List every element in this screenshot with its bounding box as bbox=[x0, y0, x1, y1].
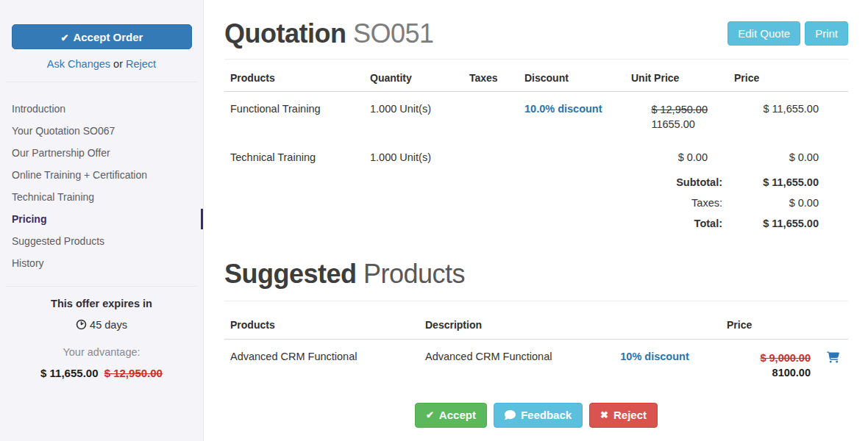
suggested-title-bold: Suggested bbox=[224, 259, 357, 289]
sidebar-item-online-training[interactable]: Online Training + Certification bbox=[0, 164, 203, 186]
line-price: $ 0.00 bbox=[728, 135, 819, 166]
header-actions: Edit Quote Print bbox=[728, 21, 848, 46]
or-text: or bbox=[113, 58, 123, 70]
product-name: Technical Training bbox=[224, 135, 364, 166]
page-title: Quotation SO051 bbox=[224, 18, 434, 49]
product-quantity: 1.000 Unit(s) bbox=[364, 135, 463, 166]
sidebar-item-suggested-products[interactable]: Suggested Products bbox=[0, 230, 203, 252]
product-discount bbox=[519, 135, 625, 166]
sidebar-item-your-quotation[interactable]: Your Quotation SO067 bbox=[0, 120, 203, 142]
accept-order-button[interactable]: ✔Accept Order bbox=[12, 24, 192, 49]
quotation-table: Products Quantity Taxes Discount Unit Pr… bbox=[224, 60, 848, 233]
col-price: Price bbox=[721, 301, 818, 340]
advantage-new-price: $ 11,655.00 bbox=[40, 367, 98, 379]
subtotal-row: Subtotal: $ 11,655.00 bbox=[224, 166, 848, 193]
sidebar-divider-bottom bbox=[6, 286, 197, 287]
suggested-products-table: Products Description Price Advanced CRM … bbox=[224, 301, 848, 384]
feedback-button[interactable]: Feedback bbox=[494, 403, 583, 428]
col-price: Price bbox=[728, 60, 819, 92]
col-discount: Discount bbox=[519, 60, 625, 92]
sidebar-item-introduction[interactable]: Introduction bbox=[0, 98, 203, 120]
product-name: Functional Training bbox=[224, 92, 364, 135]
taxes-value: $ 0.00 bbox=[728, 193, 819, 213]
suggested-products-header: Suggested Products bbox=[224, 259, 848, 301]
ask-changes-link[interactable]: Ask Changes bbox=[47, 58, 110, 70]
unit-price-cell: $ 0.00 bbox=[625, 135, 728, 166]
subtotal-value: $ 11,655.00 bbox=[728, 166, 819, 193]
product-taxes bbox=[463, 135, 519, 166]
unit-price-cell: $ 12,950.00 11655.00 bbox=[625, 92, 728, 135]
expiry-title: This offer expires in bbox=[0, 298, 203, 309]
expiry-days-text: 45 days bbox=[90, 319, 127, 331]
page-header: Quotation SO051 Edit Quote Print bbox=[224, 0, 848, 60]
footer-actions: ✔Accept Feedback ✖Reject bbox=[224, 403, 848, 428]
quotation-number: SO051 bbox=[353, 18, 434, 49]
col-spacer bbox=[819, 60, 848, 92]
col-unit-price: Unit Price bbox=[625, 60, 728, 92]
suggested-price-old: $ 9,000.00 bbox=[760, 352, 811, 364]
suggested-title-light: Products bbox=[363, 259, 465, 289]
col-empty bbox=[588, 301, 721, 340]
comment-icon bbox=[505, 409, 516, 420]
advantage-values: $ 11,655.00 $ 12,950.00 bbox=[0, 367, 203, 379]
suggested-product-name: Advanced CRM Functional bbox=[224, 339, 419, 383]
product-taxes bbox=[463, 92, 519, 135]
table-row: Technical Training 1.000 Unit(s) $ 0.00 … bbox=[224, 135, 848, 166]
sidebar-item-pricing[interactable]: Pricing bbox=[0, 208, 203, 230]
suggested-price-cell: $ 9,000.00 8100.00 bbox=[721, 339, 818, 383]
advantage-old-price: $ 12,950.00 bbox=[104, 367, 163, 379]
total-value: $ 11,655.00 bbox=[728, 213, 819, 234]
accept-label: Accept bbox=[439, 409, 476, 421]
sidebar: ✔Accept Order Ask Changes or Reject Intr… bbox=[0, 0, 204, 441]
taxes-row: Taxes: $ 0.00 bbox=[224, 193, 848, 213]
col-taxes: Taxes bbox=[463, 60, 519, 92]
check-icon: ✔ bbox=[426, 409, 434, 420]
quotation-table-header-row: Products Quantity Taxes Discount Unit Pr… bbox=[224, 60, 848, 92]
check-icon: ✔ bbox=[61, 32, 69, 43]
accept-button[interactable]: ✔Accept bbox=[415, 403, 487, 428]
taxes-label: Taxes: bbox=[625, 193, 728, 213]
suggested-price-new: 8100.00 bbox=[772, 367, 811, 379]
total-row: Total: $ 11,655.00 bbox=[224, 213, 848, 234]
col-products: Products bbox=[224, 60, 364, 92]
table-row: Advanced CRM Functional Advanced CRM Fun… bbox=[224, 339, 848, 383]
suggested-products-title: Suggested Products bbox=[224, 259, 848, 289]
col-products: Products bbox=[224, 301, 419, 340]
x-icon: ✖ bbox=[600, 409, 608, 420]
sidebar-item-technical-training[interactable]: Technical Training bbox=[0, 186, 203, 208]
product-quantity: 1.000 Unit(s) bbox=[364, 92, 463, 135]
unit-price-new: 11655.00 bbox=[651, 118, 694, 130]
suggested-discount-link[interactable]: 10% discount bbox=[620, 351, 689, 362]
feedback-label: Feedback bbox=[521, 409, 572, 421]
reject-link[interactable]: Reject bbox=[126, 58, 156, 70]
sidebar-item-partnership-offer[interactable]: Our Partnership Offer bbox=[0, 142, 203, 164]
sidebar-item-history[interactable]: History bbox=[0, 252, 203, 274]
total-label: Total: bbox=[625, 213, 728, 234]
reject-button[interactable]: ✖Reject bbox=[589, 403, 658, 428]
suggested-product-description: Advanced CRM Functional bbox=[419, 339, 588, 383]
main-content: Quotation SO051 Edit Quote Print Product… bbox=[204, 0, 868, 441]
accept-order-label: Accept Order bbox=[73, 31, 143, 43]
col-cart-spacer bbox=[818, 301, 848, 340]
table-row: Functional Training 1.000 Unit(s) 10.0% … bbox=[224, 92, 848, 135]
subtotal-label: Subtotal: bbox=[625, 166, 728, 193]
print-button[interactable]: Print bbox=[805, 21, 848, 46]
discount-link[interactable]: 10.0% discount bbox=[524, 103, 602, 115]
edit-quote-button[interactable]: Edit Quote bbox=[728, 21, 800, 46]
clock-icon bbox=[76, 319, 87, 330]
unit-price-old: $ 12,950.00 bbox=[651, 104, 708, 115]
sidebar-nav: Introduction Your Quotation SO067 Our Pa… bbox=[0, 82, 203, 274]
col-quantity: Quantity bbox=[364, 60, 463, 92]
suggested-table-header-row: Products Description Price bbox=[224, 301, 848, 340]
quotation-portal-page: ✔Accept Order Ask Changes or Reject Intr… bbox=[0, 0, 868, 441]
advantage-label: Your advantage: bbox=[0, 346, 203, 358]
offer-expiry-block: This offer expires in 45 days Your advan… bbox=[0, 298, 203, 379]
reject-label: Reject bbox=[613, 409, 647, 421]
col-description: Description bbox=[419, 301, 588, 340]
ask-changes-row: Ask Changes or Reject bbox=[0, 58, 203, 70]
add-to-cart-icon[interactable] bbox=[827, 354, 839, 365]
page-title-bold: Quotation bbox=[224, 18, 346, 49]
expiry-days: 45 days bbox=[0, 319, 203, 331]
line-price: $ 11,655.00 bbox=[728, 92, 819, 135]
